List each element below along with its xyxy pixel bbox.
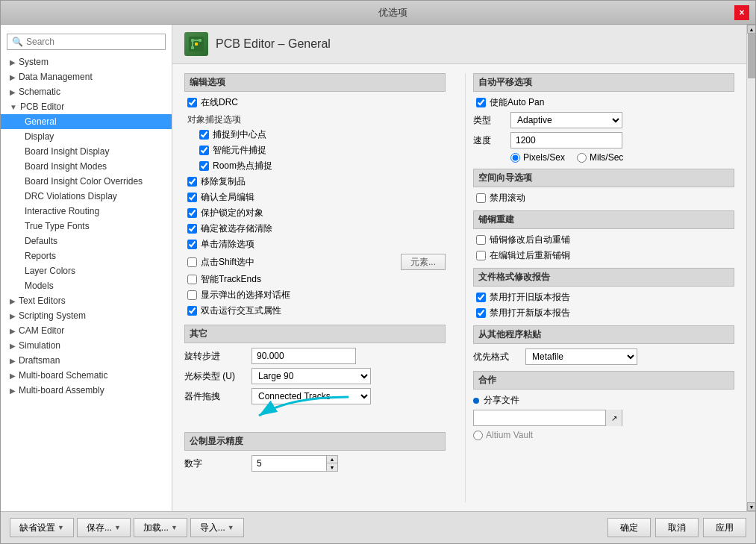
spinner-up-button[interactable]: ▲ xyxy=(327,456,337,463)
annotation-arrow xyxy=(229,390,378,427)
show-popup-checkbox[interactable] xyxy=(187,290,197,300)
sidebar-item-drc-violations-display[interactable]: DRC Violations Display xyxy=(1,189,172,204)
online-drc-row: 在线DRC xyxy=(184,96,446,109)
apply-button[interactable]: 应用 xyxy=(703,518,746,537)
sidebar-item-reports[interactable]: Reports xyxy=(1,248,172,263)
online-drc-checkbox[interactable] xyxy=(187,98,197,107)
snap-center-checkbox[interactable] xyxy=(199,130,209,140)
single-click-checkbox[interactable] xyxy=(187,240,197,249)
sidebar-item-interactive-routing[interactable]: Interactive Routing xyxy=(1,204,172,219)
scroll-up-button[interactable]: ▲ xyxy=(747,25,755,34)
rebuild-after-paste-label: 在编辑过后重新铺铜 xyxy=(490,249,570,262)
svg-rect-2 xyxy=(199,39,202,42)
ok-button[interactable]: 确定 xyxy=(607,518,651,537)
enable-autopan-label: 使能Auto Pan xyxy=(490,96,544,109)
preferred-format-label: 优先格式 xyxy=(473,351,525,363)
number-row: 数字 ▲ ▼ xyxy=(184,455,446,472)
sidebar-item-layer-colors[interactable]: Layer Colors xyxy=(1,263,172,278)
window-title: 优选项 xyxy=(51,6,734,19)
single-click-row: 单击清除选项 xyxy=(184,238,446,251)
protect-locked-checkbox[interactable] xyxy=(187,208,197,218)
sidebar-item-defaults[interactable]: Defaults xyxy=(1,234,172,248)
edit-section-header: 编辑选项 xyxy=(184,73,446,92)
sidebar-item-pcb-editor[interactable]: ▼ PCB Editor xyxy=(1,99,172,114)
single-click-label: 单击清除选项 xyxy=(201,238,254,251)
sidebar-item-multi-board-assembly[interactable]: ▶ Multi-board Assembly xyxy=(1,383,172,398)
rebuild-after-modify-checkbox[interactable] xyxy=(476,235,486,245)
sidebar-item-cam-editor[interactable]: ▶ CAM Editor xyxy=(1,323,172,338)
element-button[interactable]: 元素... xyxy=(401,254,446,270)
sidebar-item-text-editors[interactable]: ▶ Text Editors xyxy=(1,293,172,308)
smart-track-ends-checkbox[interactable] xyxy=(187,275,197,284)
altium-vault-row: Altium Vault xyxy=(473,430,734,440)
right-column: 自动平移选项 使能Auto Pan 类型 Adaptive Fixed Ball… xyxy=(465,73,734,502)
search-input[interactable] xyxy=(26,37,160,47)
chevron-down-icon: ▼ xyxy=(228,524,234,531)
disable-scroll-checkbox[interactable] xyxy=(476,193,486,203)
enable-autopan-checkbox[interactable] xyxy=(476,98,486,107)
sidebar-item-general[interactable]: General xyxy=(1,114,172,129)
double-click-checkbox[interactable] xyxy=(187,306,197,316)
speed-row: 速度 xyxy=(473,132,734,148)
remove-duplicates-label: 移除复制品 xyxy=(201,175,246,188)
pcb-editor-icon xyxy=(184,32,208,56)
altium-vault-radio[interactable] xyxy=(473,431,483,440)
shift-click-container: 点击Shift选中 元素... xyxy=(184,254,446,270)
disable-new-checkbox[interactable] xyxy=(476,308,486,318)
shift-click-row: 点击Shift选中 xyxy=(184,256,254,269)
chevron-right-icon: ▶ xyxy=(10,342,16,350)
scroll-thumb[interactable] xyxy=(748,34,755,78)
sidebar-item-board-insight-modes[interactable]: Board Insight Modes xyxy=(1,159,172,174)
shift-click-checkbox[interactable] xyxy=(187,257,197,267)
sidebar-item-true-type-fonts[interactable]: True Type Fonts xyxy=(1,219,172,234)
remove-duplicates-checkbox[interactable] xyxy=(187,177,197,187)
share-file-button[interactable]: ↗ xyxy=(605,410,622,426)
pixels-sec-radio[interactable] xyxy=(510,153,520,163)
sidebar-item-models[interactable]: Models xyxy=(1,278,172,293)
disable-scroll-row: 禁用滚动 xyxy=(473,192,734,204)
sidebar-item-data-management[interactable]: ▶ Data Management xyxy=(1,69,172,84)
sidebar-item-board-insight-color-overrides[interactable]: Board Insight Color Overrides xyxy=(1,174,172,189)
sidebar-item-simulation[interactable]: ▶ Simulation xyxy=(1,338,172,353)
preferred-format-select[interactable]: Metafile Text Bitmap xyxy=(525,348,637,365)
rotation-step-input[interactable] xyxy=(252,348,356,364)
mils-sec-radio[interactable] xyxy=(577,153,587,163)
import-button[interactable]: 导入... ▼ xyxy=(190,518,244,537)
rebuild-after-modify-label: 铺铜修改后自动重铺 xyxy=(490,234,570,246)
spinner-down-button[interactable]: ▼ xyxy=(327,463,337,471)
clear-selected-checkbox[interactable] xyxy=(187,224,197,234)
number-input[interactable] xyxy=(252,455,326,472)
remove-duplicates-row: 移除复制品 xyxy=(184,175,446,188)
sidebar-item-schematic[interactable]: ▶ Schematic xyxy=(1,84,172,99)
chevron-right-icon: ▶ xyxy=(10,357,16,365)
sidebar-item-multi-board-schematic[interactable]: ▶ Multi-board Schematic xyxy=(1,368,172,383)
cursor-type-select[interactable]: Large 90 Small 90 Small 45 Large 45 xyxy=(252,368,371,384)
smart-component-checkbox[interactable] xyxy=(199,146,209,155)
speed-input[interactable] xyxy=(510,132,622,148)
cancel-button[interactable]: 取消 xyxy=(655,518,699,537)
room-hotspot-checkbox[interactable] xyxy=(199,161,209,171)
main-body: 编辑选项 在线DRC 对象捕捉选项 捕捉到中心点 xyxy=(172,64,746,511)
save-button[interactable]: 保存... ▼ xyxy=(77,518,131,537)
confirm-global-row: 确认全局编辑 xyxy=(184,191,446,204)
smart-component-row: 智能元件捕捉 xyxy=(184,144,446,157)
rebuild-after-paste-checkbox[interactable] xyxy=(476,251,486,260)
autopan-type-select[interactable]: Adaptive Fixed Ballistic xyxy=(510,112,622,128)
smart-track-ends-label: 智能TrackEnds xyxy=(201,273,261,286)
main-panel: PCB Editor – General 编辑选项 在线DRC xyxy=(172,25,746,511)
default-settings-button[interactable]: 缺省设置 ▼ xyxy=(10,518,74,537)
sidebar-item-display[interactable]: Display xyxy=(1,129,172,144)
scroll-down-button[interactable]: ▼ xyxy=(747,502,755,511)
sidebar-item-system[interactable]: ▶ System xyxy=(1,54,172,69)
sidebar-item-draftsman[interactable]: ▶ Draftsman xyxy=(1,353,172,368)
disable-old-checkbox[interactable] xyxy=(476,293,486,302)
load-button[interactable]: 加载... ▼ xyxy=(134,518,187,537)
close-button[interactable]: × xyxy=(734,5,749,20)
confirm-global-checkbox[interactable] xyxy=(187,193,197,202)
scrollbar[interactable]: ▲ ▼ xyxy=(746,25,755,511)
space-nav-section-header: 空间向导选项 xyxy=(473,169,734,187)
sidebar-item-board-insight-display[interactable]: Board Insight Display xyxy=(1,144,172,159)
number-label: 数字 xyxy=(184,457,252,470)
sidebar-item-scripting-system[interactable]: ▶ Scripting System xyxy=(1,308,172,323)
smart-track-ends-row: 智能TrackEnds xyxy=(184,273,446,286)
